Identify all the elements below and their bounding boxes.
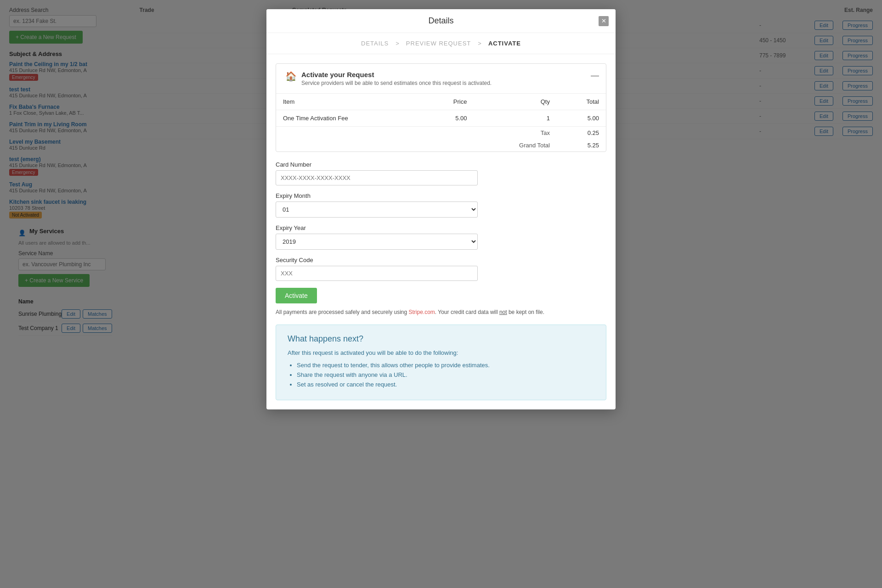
security-code-group: Security Code: [276, 257, 606, 281]
expiry-month-select[interactable]: 01 02 03 04 05 06 07 08 09 10 11 12: [276, 202, 478, 218]
payment-form: Card Number Expiry Month 01 02 03 04 05 …: [276, 161, 606, 315]
step-details[interactable]: DETAILS: [361, 40, 389, 47]
activate-subtitle: Service providers will be able to send e…: [301, 80, 492, 86]
tax-row: Tax 0.25: [276, 127, 606, 140]
grand-total-value: 5.25: [557, 139, 606, 151]
expiry-month-label: Expiry Month: [276, 192, 606, 199]
price-col-header: Price: [423, 94, 474, 110]
step-arrow-2: >: [478, 40, 481, 47]
what-next-item: Send the request to tender, this allows …: [297, 362, 594, 369]
payment-note-end: be kept on file.: [507, 309, 544, 315]
modal-body: 🏠 Activate your Request Service provider…: [266, 54, 616, 409]
item-qty: 1: [474, 110, 557, 127]
expiry-month-group: Expiry Month 01 02 03 04 05 06 07 08 09 …: [276, 192, 606, 218]
what-next-title: What happens next?: [288, 334, 594, 344]
card-number-label: Card Number: [276, 161, 606, 168]
security-code-input[interactable]: [276, 266, 478, 281]
collapse-button[interactable]: —: [591, 71, 599, 80]
item-total: 5.00: [557, 110, 606, 127]
activate-section: 🏠 Activate your Request Service provider…: [276, 63, 606, 152]
modal-title: Details: [428, 16, 453, 25]
step-preview-request[interactable]: PREVIEW REQUEST: [406, 40, 471, 47]
item-name: One Time Activation Fee: [276, 110, 423, 127]
expiry-year-select[interactable]: 2019 2020 2021 2022 2023 2024 2025: [276, 234, 478, 250]
step-activate[interactable]: ACTIVATE: [488, 40, 521, 47]
stepper: DETAILS > PREVIEW REQUEST > ACTIVATE: [266, 33, 616, 54]
card-number-input[interactable]: [276, 170, 478, 185]
modal-close-button[interactable]: ✕: [599, 16, 609, 26]
item-price: 5.00: [423, 110, 474, 127]
card-number-group: Card Number: [276, 161, 606, 185]
payment-note-pre: All payments are processed safely and se…: [276, 309, 408, 315]
items-table: Item Price Qty Total One Time Activation…: [276, 94, 606, 151]
what-next-list: Send the request to tender, this allows …: [288, 362, 594, 388]
step-arrow-1: >: [396, 40, 399, 47]
payment-note-post: . Your credit card data will: [435, 309, 499, 315]
what-next-item: Share the request with anyone via a URL.: [297, 371, 594, 378]
activate-submit-button[interactable]: Activate: [276, 288, 317, 303]
not-text: not: [499, 309, 507, 315]
security-code-label: Security Code: [276, 257, 606, 263]
item-col-header: Item: [276, 94, 423, 110]
modal-overlay: Details ✕ DETAILS > PREVIEW REQUEST > AC…: [0, 0, 882, 588]
what-next-item: Set as resolved or cancel the request.: [297, 381, 594, 388]
house-icon: 🏠: [285, 71, 297, 82]
payment-note: All payments are processed safely and se…: [276, 309, 606, 315]
modal-header: Details ✕: [266, 9, 616, 33]
grand-total-row: Grand Total 5.25: [276, 139, 606, 151]
table-row: One Time Activation Fee 5.00 1 5.00: [276, 110, 606, 127]
what-next-subtitle: After this request is activated you will…: [288, 349, 594, 356]
activate-header: 🏠 Activate your Request Service provider…: [276, 64, 606, 94]
details-modal: Details ✕ DETAILS > PREVIEW REQUEST > AC…: [266, 9, 616, 409]
qty-col-header: Qty: [474, 94, 557, 110]
stripe-link[interactable]: Stripe.com: [408, 309, 435, 315]
activate-title: Activate your Request: [301, 71, 492, 78]
grand-total-label: Grand Total: [474, 139, 557, 151]
expiry-year-group: Expiry Year 2019 2020 2021 2022 2023 202…: [276, 224, 606, 250]
expiry-year-label: Expiry Year: [276, 224, 606, 231]
total-col-header: Total: [557, 94, 606, 110]
what-happens-next-box: What happens next? After this request is…: [276, 325, 606, 400]
tax-value: 0.25: [557, 127, 606, 140]
tax-label: Tax: [474, 127, 557, 140]
